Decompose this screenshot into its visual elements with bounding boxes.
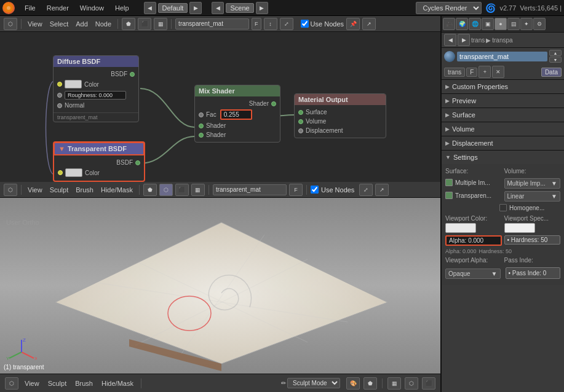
vp-icon[interactable]: ⬡	[4, 184, 17, 196]
viewport-color-swatch[interactable]	[445, 223, 476, 233]
workspace-prev[interactable]: ◀	[144, 2, 156, 14]
vp-draw-2[interactable]: ⬡	[159, 184, 173, 196]
ne-icon-1[interactable]: ⬟	[122, 18, 135, 30]
scene-next[interactable]: ▶	[256, 2, 268, 14]
ctx-f[interactable]: F	[466, 68, 477, 77]
vp-menu-sculpt[interactable]: Sculpt	[47, 186, 71, 194]
vp-collapse[interactable]: ↗	[375, 184, 389, 196]
vp-bottom-sep	[141, 378, 141, 388]
node-canvas[interactable]: Diffuse BSDF BSDF Color	[0, 32, 440, 182]
workspace-selector[interactable]: Default	[158, 3, 188, 13]
color-swatch-transparent[interactable]	[65, 168, 82, 177]
fac-field[interactable]	[220, 109, 252, 120]
roughness-field[interactable]	[65, 91, 126, 100]
material-name-field[interactable]	[175, 18, 249, 29]
ctx-icon2[interactable]: ✕	[492, 66, 504, 78]
section-settings-header[interactable]: ▼ Settings	[442, 151, 564, 164]
vp-bottom-icon[interactable]: ⬡	[5, 377, 18, 390]
scene-selector[interactable]: Scene	[226, 3, 253, 13]
node-transparent-bsdf[interactable]: ▼ Transparent BSDF BSDF Color	[53, 141, 145, 182]
material-prev[interactable]: ◀	[444, 34, 456, 46]
alpha-field[interactable]	[445, 235, 502, 246]
cb-multiple-importance-surface[interactable]	[445, 179, 453, 186]
props-tab-scene[interactable]: 🌍	[456, 18, 468, 30]
render-engine[interactable]: Cycles Render	[416, 2, 482, 14]
node-diffuse-bsdf[interactable]: Diffuse BSDF BSDF Color	[53, 55, 139, 122]
vp-bottom-sculpt[interactable]: Sculpt	[46, 380, 70, 387]
material-next[interactable]: ▶	[458, 34, 470, 46]
section-preview-header[interactable]: ▶ Preview	[442, 94, 564, 108]
opaque-dropdown[interactable]: Opaque ▼	[445, 269, 501, 279]
props-tab-render[interactable]: 🎥	[443, 18, 455, 30]
ne-menu-view[interactable]: View	[25, 20, 45, 28]
menu-help[interactable]: Help	[110, 3, 134, 13]
scroll-up[interactable]: ▲	[549, 50, 562, 56]
props-tab-material[interactable]: ●	[494, 18, 507, 30]
vp-bottom-icon5[interactable]: ⬡	[405, 377, 418, 390]
menu-file[interactable]: File	[20, 3, 41, 13]
vp-bottom-icon6[interactable]: ⬛	[422, 377, 435, 390]
ne-icon-3[interactable]: ▦	[154, 18, 167, 30]
ctx-trans[interactable]: trans	[444, 68, 465, 77]
ne-menu-node[interactable]: Node	[93, 20, 114, 28]
vp-material-name[interactable]	[213, 184, 287, 195]
color-swatch-diffuse[interactable]	[65, 80, 82, 88]
props-tab-physics[interactable]: ⚙	[533, 18, 546, 30]
vp-draw-4[interactable]: ▦	[191, 184, 205, 196]
vp-bottom-hidemask[interactable]: Hide/Mask	[99, 380, 136, 387]
multiple-importance-volume-dropdown[interactable]: Multiple Imp... ▼	[504, 178, 561, 189]
vp-bottom-icon3[interactable]: ⬟	[363, 377, 377, 390]
ne-pin[interactable]: 📌	[346, 18, 360, 30]
pass-index-field[interactable]	[506, 267, 561, 279]
vp-use-nodes[interactable]	[311, 186, 319, 194]
scroll-down[interactable]: ▼	[549, 57, 562, 63]
sculpt-mode-selector[interactable]: Sculpt Mode	[287, 378, 340, 388]
vp-bottom-brush[interactable]: Brush	[73, 380, 95, 387]
vp-bottom-icon4[interactable]: ▦	[387, 377, 401, 390]
ne-icon-2[interactable]: ⬛	[138, 18, 151, 30]
props-tab-texture[interactable]: ▤	[507, 18, 520, 30]
ne-use-nodes[interactable]: F	[252, 18, 261, 30]
vp-menu-brush[interactable]: Brush	[73, 186, 96, 194]
ctx-data[interactable]: Data	[541, 68, 562, 77]
section-volume-header[interactable]: ▶ Volume	[442, 122, 564, 136]
section-custom-properties-header[interactable]: ▶ Custom Properties	[442, 80, 564, 93]
viewport-scene[interactable]: User Ortho	[0, 198, 440, 374]
linear-dropdown[interactable]: Linear ▼	[504, 191, 561, 202]
node-material-output[interactable]: Material Output Surface Volume	[294, 93, 386, 138]
props-tab-object[interactable]: ▣	[482, 18, 494, 30]
node-editor-icon[interactable]: ⬡	[4, 18, 17, 30]
workspace-next[interactable]: ▶	[189, 2, 202, 14]
hardness-field[interactable]	[504, 235, 561, 245]
socket-mix-out	[271, 101, 276, 106]
cb-transparent[interactable]	[445, 192, 453, 199]
cb-homogeneous[interactable]	[499, 204, 507, 211]
vp-draw-1[interactable]: ⬟	[143, 184, 157, 196]
material-name-input[interactable]	[457, 52, 547, 61]
vp-draw-3[interactable]: ⬛	[175, 184, 189, 196]
menu-render[interactable]: Render	[42, 3, 74, 13]
ne-scroll-lock[interactable]: ↕	[264, 18, 277, 30]
vp-menu-hidemask[interactable]: Hide/Mask	[98, 186, 135, 194]
ne-menu-select[interactable]: Select	[47, 20, 71, 28]
menu-window[interactable]: Window	[75, 3, 109, 13]
viewport-spec-swatch[interactable]	[504, 223, 535, 233]
props-tab-world[interactable]: 🌐	[469, 18, 481, 30]
props-tab-particles[interactable]: ✦	[520, 18, 533, 30]
ne-menu-add[interactable]: Add	[73, 20, 90, 28]
ne-extra[interactable]: ↗	[362, 18, 376, 30]
vp-bottom-icon2[interactable]: 🎨	[346, 377, 360, 390]
scene-prev[interactable]: ◀	[212, 2, 224, 14]
vp-maximize[interactable]: ⤢	[359, 184, 373, 196]
vp-bottom-view[interactable]: View	[22, 380, 42, 387]
alpha-label: Alpha: 0.000	[445, 248, 477, 254]
use-nodes-checkbox[interactable]	[301, 20, 309, 28]
section-surface-header[interactable]: ▶ Surface	[442, 108, 564, 122]
ne-maximize[interactable]: ⤢	[280, 18, 293, 30]
vp-f-btn[interactable]: F	[289, 184, 303, 196]
node-diffuse-header: Diffuse BSDF	[54, 56, 138, 67]
node-mix-shader[interactable]: Mix Shader Shader Fac	[194, 85, 280, 143]
section-displacement-header[interactable]: ▶ Displacement	[442, 136, 564, 150]
vp-menu-view[interactable]: View	[25, 186, 45, 194]
ctx-icon1[interactable]: +	[479, 66, 491, 78]
